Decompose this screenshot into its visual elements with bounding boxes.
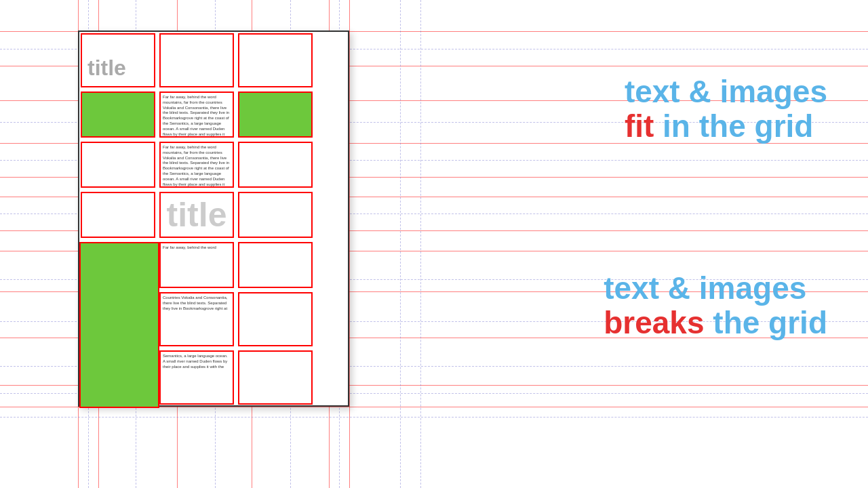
watermark-title: title [167,195,227,235]
cell-2-2: Far far away, behind the word mountains,… [159,92,234,138]
headline-fits: text & images fit in the grid [625,75,827,143]
title-text: title [87,56,126,81]
document: title Far far away, behind the word moun… [78,30,349,407]
cell-5-2: Far far away, behind the word [159,242,234,288]
cell-4-1 [81,192,155,238]
cell-3-1 [81,142,155,188]
cell-1-2 [159,33,234,87]
fits-line1: text & images [625,75,827,109]
cell-7-3 [238,350,313,405]
green-break-block [79,242,159,408]
breaks-word: breaks [604,305,704,340]
fits-text-images: text & images [625,74,827,109]
right-panel-bottom: text & images breaks the grid [604,271,827,340]
fits-grid: the grid [690,108,813,144]
breaks-line2: breaks the grid [604,306,827,340]
cell-break-text-1: Far far away, behind the word [161,243,233,287]
cell-body-text-1: Far far away, behind the word mountains,… [161,93,233,136]
cell-6-3 [238,292,313,346]
cell-1-3 [238,33,313,87]
cell-5-3 [238,242,313,288]
cell-body-text-2: Far far away, behind the word mountains,… [161,143,233,186]
right-panel-top: text & images fit in the grid [625,75,827,143]
headline-breaks: text & images breaks the grid [604,271,827,340]
cell-6-2: Countries Vokalia and Consonantia, there… [159,292,234,346]
cell-3-3 [238,142,313,188]
cell-7-2: Semantics, a large language ocean. A sma… [159,350,234,405]
breaks-text-images: text & images [604,270,806,306]
cell-4-3 [238,192,313,238]
fits-line2: fit in the grid [625,109,827,144]
cell-3-2: Far far away, behind the word mountains,… [159,142,234,188]
cell-2-3 [238,92,313,138]
cell-2-1 [81,92,155,138]
cell-4-2-title: title [159,192,234,238]
cell-break-text-2: Countries Vokalia and Consonantia, there… [161,293,233,345]
breaks-the-grid: the grid [705,305,827,340]
fits-in: in [654,108,690,144]
cell-break-text-3: Semantics, a large language ocean. A sma… [161,352,233,403]
breaks-line1: text & images [604,271,827,306]
fits-fit: fit [625,108,654,144]
cell-1-1: title [81,33,155,87]
